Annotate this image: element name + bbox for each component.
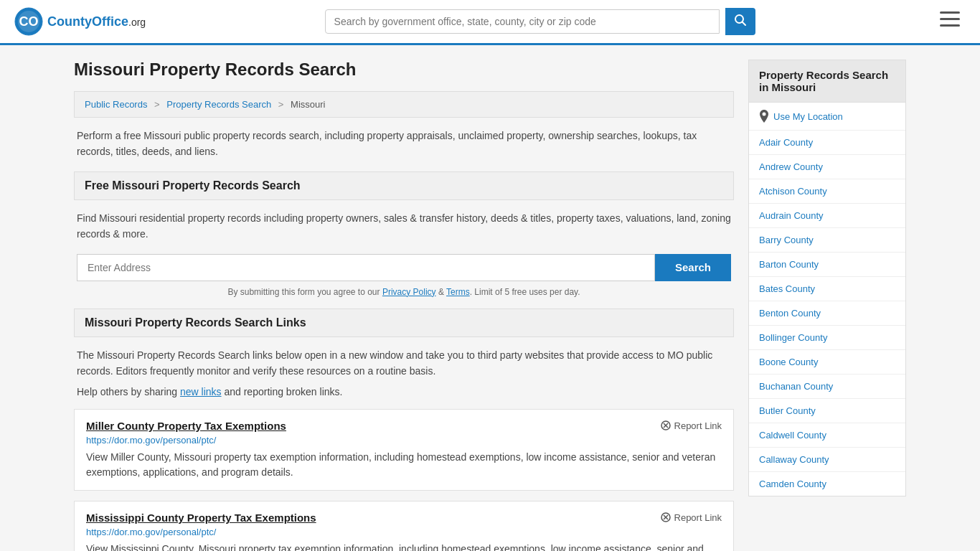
link-card-desc-0: View Miller County, Missouri property ta… (86, 450, 722, 480)
sidebar-county-item-12[interactable]: Caldwell County (749, 423, 905, 448)
svg-text:CO: CO (19, 14, 39, 29)
sidebar-county-item-0[interactable]: Adair County (749, 131, 905, 155)
free-search-section-header: Free Missouri Property Records Search (74, 171, 734, 200)
disclaimer-suffix: . Limit of 5 free uses per day. (470, 287, 580, 297)
sidebar-county-item-2[interactable]: Atchison County (749, 179, 905, 204)
sidebar-county-item-14[interactable]: Camden County (749, 472, 905, 496)
link-card-url-0[interactable]: https://dor.mo.gov/personal/ptc/ (86, 435, 722, 446)
link-card-header-1: Mississippi County Property Tax Exemptio… (86, 512, 722, 524)
sidebar-county-item-11[interactable]: Butler County (749, 399, 905, 423)
link-card-header-0: Miller County Property Tax Exemptions Re… (86, 420, 722, 432)
sidebar-county-item-10[interactable]: Buchanan County (749, 375, 905, 399)
main-container: Missouri Property Records Search Public … (60, 45, 920, 551)
svg-line-4 (742, 22, 745, 26)
header-search-button[interactable] (725, 8, 755, 35)
breadcrumb: Public Records > Property Records Search… (74, 91, 734, 118)
links-section-header: Missouri Property Records Search Links (74, 309, 734, 337)
report-link-label-1: Report Link (674, 512, 722, 523)
disclaimer-mid: & (436, 287, 446, 297)
new-links-link[interactable]: new links (180, 386, 222, 397)
svg-rect-6 (940, 18, 960, 20)
property-search-row: Search (77, 254, 731, 281)
disclaimer-prefix: By submitting this form you agree to our (227, 287, 382, 297)
links-description: The Missouri Property Records Search lin… (74, 347, 734, 380)
svg-point-12 (763, 113, 766, 116)
link-card-desc-1: View Mississippi County, Missouri proper… (86, 542, 722, 551)
sidebar-county-item-4[interactable]: Barry County (749, 228, 905, 253)
svg-rect-5 (940, 11, 960, 14)
sidebar-county-item-13[interactable]: Callaway County (749, 448, 905, 472)
sidebar-county-item-8[interactable]: Bollinger County (749, 326, 905, 350)
link-cards-container: Miller County Property Tax Exemptions Re… (74, 409, 734, 551)
county-list-container: Adair CountyAndrew CountyAtchison County… (749, 131, 905, 496)
sidebar-header: Property Records Search in Missouri (748, 60, 906, 103)
report-link-button-0[interactable]: Report Link (660, 420, 722, 431)
breadcrumb-public-records[interactable]: Public Records (85, 99, 147, 110)
sidebar-county-item-7[interactable]: Benton County (749, 301, 905, 326)
use-my-location-label: Use My Location (773, 111, 843, 122)
content-area: Missouri Property Records Search Public … (74, 60, 734, 551)
report-icon-0 (660, 420, 672, 431)
search-disclaimer: By submitting this form you agree to our… (77, 287, 731, 297)
sidebar-county-item-9[interactable]: Boone County (749, 350, 905, 375)
address-search-button[interactable]: Search (655, 254, 731, 281)
sidebar-county-item-5[interactable]: Barton County (749, 253, 905, 277)
use-my-location[interactable]: Use My Location (749, 103, 905, 131)
breadcrumb-current: Missouri (291, 99, 325, 110)
privacy-policy-link[interactable]: Privacy Policy (382, 287, 436, 297)
report-icon-1 (660, 512, 672, 523)
hamburger-menu-button[interactable] (934, 9, 966, 34)
sidebar-county-item-6[interactable]: Bates County (749, 277, 905, 301)
address-search-input[interactable] (77, 254, 655, 281)
free-search-description: Find Missouri residential property recor… (74, 210, 734, 242)
svg-rect-7 (940, 24, 960, 27)
logo[interactable]: CO CountyOffice.org (14, 7, 146, 36)
breadcrumb-sep-1: > (154, 99, 160, 110)
link-card-0: Miller County Property Tax Exemptions Re… (74, 409, 734, 491)
sidebar: Property Records Search in Missouri Use … (748, 60, 906, 551)
sidebar-county-list: Use My Location Adair CountyAndrew Count… (748, 103, 906, 496)
terms-link[interactable]: Terms (446, 287, 470, 297)
location-pin-icon (759, 110, 769, 123)
search-icon (734, 14, 747, 27)
hamburger-icon (940, 11, 960, 27)
property-search-area: Search By submitting this form you agree… (74, 254, 734, 297)
sidebar-county-item-3[interactable]: Audrain County (749, 204, 905, 228)
link-card-url-1[interactable]: https://dor.mo.gov/personal/ptc/ (86, 527, 722, 537)
report-link-button-1[interactable]: Report Link (660, 512, 722, 523)
logo-icon: CO (14, 7, 43, 36)
report-link-label-0: Report Link (674, 420, 722, 431)
header-search-input[interactable] (325, 9, 720, 34)
logo-text: CountyOffice.org (47, 14, 146, 29)
link-card-title-1[interactable]: Mississippi County Property Tax Exemptio… (86, 512, 316, 524)
site-header: CO CountyOffice.org (0, 0, 980, 45)
breadcrumb-property-records-search[interactable]: Property Records Search (166, 99, 271, 110)
help-suffix: and reporting broken links. (222, 386, 343, 397)
link-card-1: Mississippi County Property Tax Exemptio… (74, 501, 734, 551)
help-prefix: Help others by sharing (77, 386, 180, 397)
page-description: Perform a free Missouri public property … (74, 128, 734, 160)
breadcrumb-sep-2: > (278, 99, 284, 110)
sidebar-county-item-1[interactable]: Andrew County (749, 155, 905, 179)
help-text: Help others by sharing new links and rep… (74, 386, 734, 397)
page-title: Missouri Property Records Search (74, 60, 734, 80)
link-card-title-0[interactable]: Miller County Property Tax Exemptions (86, 420, 286, 432)
header-search-area (325, 8, 755, 35)
